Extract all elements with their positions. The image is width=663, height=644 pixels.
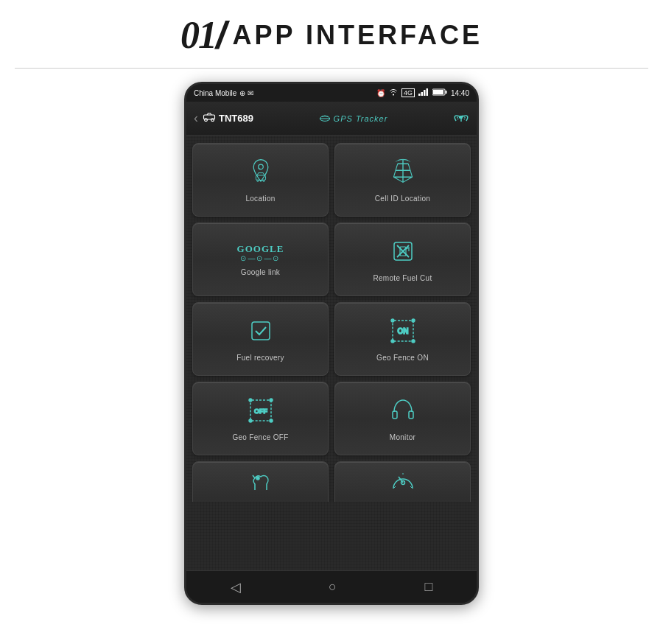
grid-row-1: Location [192, 143, 471, 217]
partial-button-1[interactable] [192, 461, 329, 502]
svg-point-44 [256, 477, 259, 480]
status-icons: ⊕ ✉ [239, 89, 253, 97]
svg-point-38 [249, 399, 252, 402]
nav-home-button[interactable]: ○ [329, 579, 337, 595]
location-button[interactable]: Location [192, 143, 329, 217]
back-button[interactable]: ‹ [194, 111, 198, 126]
4g-badge: 4G [401, 88, 415, 97]
signal-strength [453, 111, 469, 126]
svg-rect-43 [409, 411, 413, 419]
location-icon [248, 158, 274, 189]
nav-recent-button[interactable]: □ [424, 579, 432, 595]
svg-rect-5 [445, 91, 446, 94]
fuel-check-icon [248, 318, 274, 348]
geo-fence-off-button[interactable]: OFF Geo Fence OFF [192, 382, 329, 455]
geo-on-icon: ON [390, 318, 416, 348]
app-grid: Location [186, 136, 477, 570]
remote-fuel-cut-label: Remote Fuel Cut [373, 274, 432, 283]
svg-line-48 [410, 486, 412, 488]
svg-point-9 [211, 119, 214, 122]
svg-line-23 [393, 177, 403, 182]
grid-row-3: Fuel recovery ON [192, 302, 471, 376]
speedometer-icon [390, 469, 416, 500]
monitor-button[interactable]: Monitor [334, 382, 471, 455]
geo-off-icon: OFF [248, 397, 274, 427]
svg-point-11 [460, 116, 463, 118]
device-name: TNT689 [203, 113, 253, 124]
svg-point-13 [258, 164, 263, 169]
nav-back-button[interactable]: ◁ [231, 579, 241, 595]
svg-point-15 [256, 180, 258, 181]
grid-row-4: OFF Geo Fence OFF [192, 382, 471, 455]
svg-rect-0 [418, 94, 421, 96]
section-slash: / [216, 13, 226, 57]
svg-text:ON: ON [397, 327, 408, 335]
section-number: 01 [180, 16, 216, 55]
signal-bars [418, 88, 429, 97]
svg-rect-2 [424, 90, 426, 96]
svg-point-33 [412, 319, 415, 322]
headphone-icon [390, 397, 416, 427]
cell-id-button[interactable]: Cell ID Location [334, 143, 471, 217]
google-icon: GOOGLE ⊙—⊙—⊙ [237, 244, 284, 262]
page-title: APP INTERFACE [233, 20, 483, 51]
time-display: 14:40 [451, 89, 469, 97]
dog-icon [248, 469, 274, 500]
status-bar: China Mobile ⊕ ✉ ⏰ 4G [186, 84, 477, 102]
svg-text:OFF: OFF [254, 407, 267, 415]
location-label: Location [245, 195, 275, 203]
monitor-label: Monitor [390, 433, 415, 442]
geo-fence-on-label: Geo Fence ON [376, 354, 429, 363]
svg-line-46 [394, 486, 396, 488]
svg-rect-29 [252, 322, 270, 340]
status-left: China Mobile ⊕ ✉ [194, 89, 253, 97]
app-logo: GPS Tracker [253, 114, 453, 123]
alarm-icon: ⏰ [376, 89, 385, 97]
phone-outer: China Mobile ⊕ ✉ ⏰ 4G [0, 69, 663, 605]
remote-fuel-cut-button[interactable]: Remote Fuel Cut [334, 223, 471, 296]
svg-rect-42 [393, 411, 397, 419]
svg-point-40 [249, 419, 252, 422]
svg-point-39 [270, 399, 273, 402]
svg-line-24 [403, 177, 413, 182]
phone-frame: China Mobile ⊕ ✉ ⏰ 4G [184, 82, 479, 605]
svg-rect-6 [433, 90, 443, 94]
nav-bar: ‹ TNT689 GPS Tracker [186, 102, 477, 136]
cell-id-label: Cell ID Location [375, 195, 430, 203]
google-link-label: Google link [241, 268, 280, 277]
device-icon [203, 113, 216, 124]
google-link-button[interactable]: GOOGLE ⊙—⊙—⊙ Google link [192, 223, 329, 296]
tower-icon [390, 158, 416, 189]
device-name-text: TNT689 [219, 113, 253, 124]
status-right: ⏰ 4G [376, 88, 469, 97]
svg-point-41 [270, 419, 273, 422]
geo-fence-on-button[interactable]: ON Geo Fence ON [334, 302, 471, 376]
svg-point-32 [391, 319, 394, 322]
fuel-recovery-button[interactable]: Fuel recovery [192, 302, 329, 376]
svg-point-34 [391, 340, 394, 343]
grid-row-2: GOOGLE ⊙—⊙—⊙ Google link [192, 223, 471, 296]
battery-icon [432, 88, 447, 97]
fuel-cut-icon [390, 238, 416, 268]
svg-rect-3 [426, 88, 428, 96]
wifi-icon [389, 88, 398, 97]
svg-rect-1 [421, 92, 423, 96]
partial-button-2[interactable] [334, 461, 471, 502]
carrier-name: China Mobile [194, 89, 236, 97]
svg-point-8 [205, 119, 208, 122]
svg-point-16 [262, 180, 264, 181]
page-header: 01 / APP INTERFACE [0, 0, 663, 68]
app-name: GPS Tracker [334, 114, 388, 123]
svg-point-35 [412, 340, 415, 343]
grid-row-5 [192, 461, 471, 502]
bottom-nav: ◁ ○ □ [186, 570, 477, 603]
geo-fence-off-label: Geo Fence OFF [232, 433, 288, 442]
fuel-recovery-label: Fuel recovery [236, 354, 284, 363]
